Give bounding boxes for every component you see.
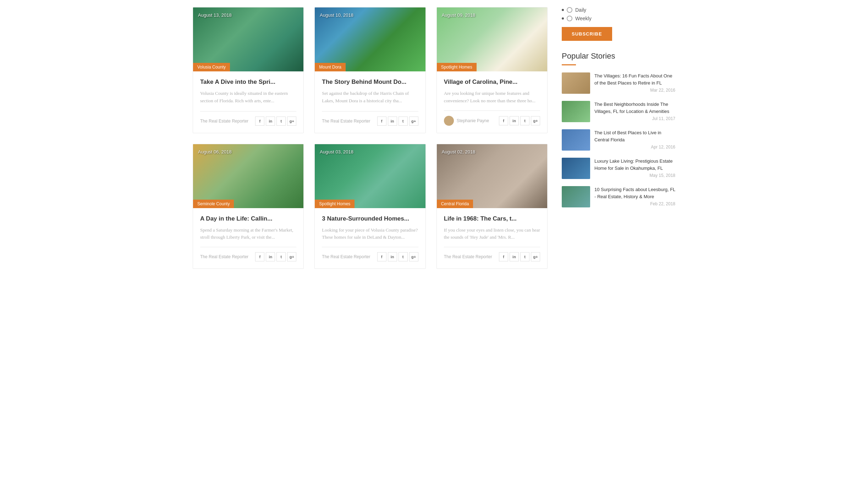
popular-item-villages-facts[interactable]: The Villages: 16 Fun Facts About One of … [562, 72, 675, 94]
social-icon-gplus[interactable]: g+ [287, 252, 296, 261]
card-footer: The Real Estate Reporter fintg+ [444, 247, 540, 261]
article-date: August 09, 2018 [442, 12, 476, 18]
article-grid: August 13, 2018 Volusia County Take A Di… [193, 7, 548, 269]
author-name: The Real Estate Reporter [322, 254, 370, 259]
social-icon-gplus[interactable]: g+ [409, 252, 418, 261]
card-body: Village of Carolina, Pine... Are you loo… [437, 71, 547, 133]
social-icon-f[interactable]: f [377, 116, 386, 126]
article-title: The Story Behind Mount Do... [322, 78, 418, 86]
sidebar: Daily Weekly SUBSCRIBE Popular Stories T… [562, 7, 675, 269]
author-name: The Real Estate Reporter [200, 254, 248, 259]
author-name: The Real Estate Reporter [200, 119, 248, 124]
social-icon-in[interactable]: in [388, 116, 397, 126]
social-icon-gplus[interactable]: g+ [531, 252, 540, 261]
social-icon-in[interactable]: in [388, 252, 397, 261]
author-info: The Real Estate Reporter [200, 254, 248, 259]
category-badge[interactable]: Mount Dora [315, 63, 346, 71]
social-icon-t[interactable]: t [520, 116, 529, 125]
social-icon-in[interactable]: in [510, 116, 519, 125]
radio-item-daily[interactable]: Daily [562, 7, 675, 13]
author-info: The Real Estate Reporter [200, 119, 248, 124]
card-body: The Story Behind Mount Do... Set against… [315, 71, 425, 133]
article-title: Life in 1968: The Cars, t... [444, 215, 540, 222]
card-image: August 10, 2018 Mount Dora [315, 7, 425, 71]
bullet-icon [562, 17, 564, 20]
article-excerpt: Volusia County is ideally situated in th… [200, 90, 296, 105]
article-date: August 10, 2018 [320, 12, 353, 18]
article-card-springs[interactable]: August 13, 2018 Volusia County Take A Di… [193, 7, 304, 133]
social-icon-t[interactable]: t [520, 252, 529, 261]
article-title: 3 Nature-Surrounded Homes... [322, 215, 418, 222]
popular-item-date: Apr 12, 2016 [594, 145, 675, 150]
popular-item-title: The Best Neighborhoods Inside The Villag… [594, 101, 675, 115]
social-icon-t[interactable]: t [276, 252, 286, 261]
article-title: Take A Dive into the Spri... [200, 78, 296, 86]
social-icon-t[interactable]: t [399, 252, 408, 261]
article-excerpt: If you close your eyes and listen close,… [444, 227, 540, 242]
category-badge[interactable]: Seminole County [193, 200, 234, 208]
category-badge[interactable]: Central Florida [437, 200, 473, 208]
category-badge[interactable]: Volusia County [193, 63, 230, 71]
social-icon-t[interactable]: t [276, 116, 286, 126]
author-info: The Real Estate Reporter [322, 119, 370, 124]
category-badge[interactable]: Spotlight Homes [437, 63, 477, 71]
social-icon-gplus[interactable]: g+ [531, 116, 540, 125]
article-card-nature[interactable]: August 03, 2018 Spotlight Homes 3 Nature… [314, 144, 425, 269]
popular-item-leesburg-facts[interactable]: 10 Surprising Facts about Leesburg, FL -… [562, 186, 675, 207]
radio-circle[interactable] [567, 7, 572, 13]
popular-item-luxury-lake[interactable]: Luxury Lake Living: Prestigious Estate H… [562, 158, 675, 179]
social-icon-gplus[interactable]: g+ [409, 116, 418, 126]
social-icon-gplus[interactable]: g+ [287, 116, 296, 126]
popular-item-content: The List of Best Places to Live in Centr… [594, 129, 675, 150]
category-badge[interactable]: Spotlight Homes [315, 200, 355, 208]
radio-label: Weekly [575, 16, 592, 21]
popular-item-content: The Best Neighborhoods Inside The Villag… [594, 101, 675, 121]
card-footer: The Real Estate Reporter fintg+ [322, 247, 418, 261]
popular-stories-section: Popular Stories The Villages: 16 Fun Fac… [562, 51, 675, 207]
popular-thumb [562, 101, 590, 122]
article-card-1968[interactable]: August 02, 2018 Central Florida Life in … [436, 144, 548, 269]
popular-thumb-img [562, 72, 590, 94]
author-name: The Real Estate Reporter [444, 254, 492, 259]
article-excerpt: Set against the backdrop of the Harris C… [322, 90, 418, 105]
main-content: August 13, 2018 Volusia County Take A Di… [193, 7, 548, 269]
popular-item-title: The List of Best Places to Live in Centr… [594, 129, 675, 143]
social-icons: fintg+ [255, 252, 296, 261]
popular-item-date: May 15, 2018 [594, 173, 675, 178]
social-icon-f[interactable]: f [377, 252, 386, 261]
popular-item-best-places[interactable]: The List of Best Places to Live in Centr… [562, 129, 675, 151]
card-footer: The Real Estate Reporter fintg+ [200, 111, 296, 126]
social-icon-in[interactable]: in [510, 252, 519, 261]
card-image: August 13, 2018 Volusia County [193, 7, 303, 71]
popular-item-content: The Villages: 16 Fun Facts About One of … [594, 72, 675, 93]
social-icon-f[interactable]: f [255, 116, 264, 126]
article-card-seminole[interactable]: August 06, 2018 Seminole County A Day in… [193, 144, 304, 269]
author-info: Stephanie Payne [444, 116, 489, 126]
popular-thumb [562, 129, 590, 151]
article-title: Village of Carolina, Pine... [444, 78, 540, 86]
card-body: Life in 1968: The Cars, t... If you clos… [437, 208, 547, 269]
author-info: The Real Estate Reporter [322, 254, 370, 259]
card-footer: The Real Estate Reporter fintg+ [200, 247, 296, 261]
social-icon-t[interactable]: t [399, 116, 408, 126]
social-icon-in[interactable]: in [266, 252, 275, 261]
card-image: August 03, 2018 Spotlight Homes [315, 144, 425, 208]
article-card-village[interactable]: August 09, 2018 Spotlight Homes Village … [436, 7, 548, 133]
popular-divider [562, 64, 576, 65]
popular-thumb [562, 72, 590, 94]
radio-item-weekly[interactable]: Weekly [562, 16, 675, 21]
article-card-mountdora[interactable]: August 10, 2018 Mount Dora The Story Beh… [314, 7, 425, 133]
social-icon-f[interactable]: f [499, 252, 508, 261]
subscribe-button[interactable]: SUBSCRIBE [562, 27, 612, 41]
social-icons: fintg+ [377, 116, 418, 126]
social-icon-f[interactable]: f [255, 252, 264, 261]
social-icon-f[interactable]: f [499, 116, 508, 125]
popular-item-best-neighborhoods[interactable]: The Best Neighborhoods Inside The Villag… [562, 101, 675, 122]
popular-item-content: 10 Surprising Facts about Leesburg, FL -… [594, 186, 675, 206]
radio-label: Daily [575, 7, 586, 13]
social-icon-in[interactable]: in [266, 116, 275, 126]
article-date: August 06, 2018 [198, 149, 232, 154]
popular-list: The Villages: 16 Fun Facts About One of … [562, 72, 675, 207]
card-footer: Stephanie Payne fintg+ [444, 110, 540, 126]
radio-circle[interactable] [567, 16, 572, 21]
